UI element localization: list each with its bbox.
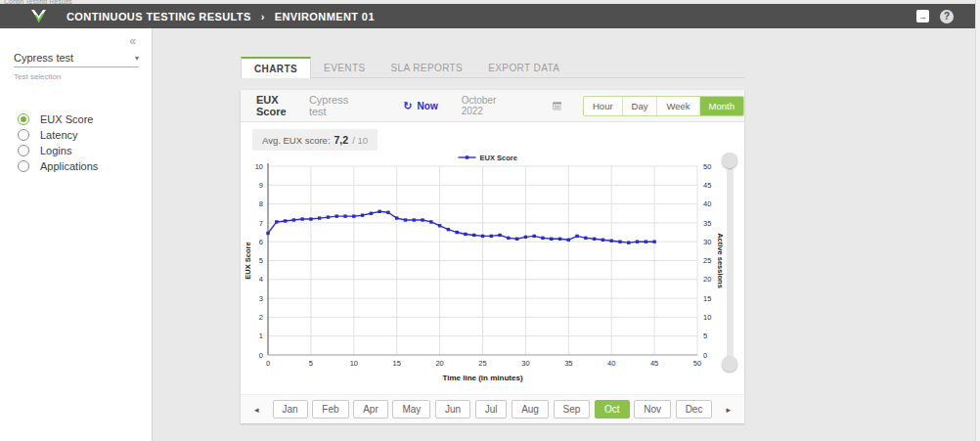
svg-text:0: 0 [703, 351, 707, 360]
metric-radio-eux-score[interactable]: EUX Score [18, 113, 93, 125]
test-selection-dropdown[interactable]: Cypress test ▾ [14, 52, 139, 67]
month-selector-bar: ◂ Jan Feb Apr May Jun Jul Aug Sep Oct No… [241, 394, 744, 423]
month-button-apr[interactable]: Apr [353, 400, 388, 419]
month-button-may[interactable]: May [392, 400, 430, 419]
breadcrumb-chevron-icon: › [261, 11, 265, 22]
month-button-jan[interactable]: Jan [273, 400, 308, 419]
svg-text:5: 5 [259, 256, 263, 265]
svg-text:5: 5 [309, 359, 313, 368]
metric-label: EUX Score [40, 113, 93, 125]
app-title: CONTINUOUS TESTING RESULTS [67, 11, 251, 22]
svg-text:8: 8 [259, 199, 263, 208]
svg-text:40: 40 [703, 199, 711, 208]
month-button-nov[interactable]: Nov [634, 400, 671, 419]
metric-label: Applications [40, 160, 98, 172]
radio-selected-icon [18, 113, 29, 125]
month-button-feb[interactable]: Feb [312, 400, 348, 419]
metric-label: Logins [40, 145, 71, 156]
test-selection-label: Test selection [14, 72, 61, 81]
continuous-testing-results-page: Contin Testing Results CONTINUOUS TESTIN… [0, 0, 980, 441]
test-selection-value: Cypress test [14, 52, 73, 64]
chevron-down-icon: ▾ [135, 54, 139, 63]
refresh-now-button[interactable]: ↻ Now [403, 100, 437, 112]
month-button-dec[interactable]: Dec [676, 400, 713, 419]
range-button-day[interactable]: Day [622, 97, 657, 115]
svg-text:45: 45 [650, 359, 658, 368]
range-button-month[interactable]: Month [699, 97, 743, 115]
refresh-label: Now [418, 101, 438, 111]
tab-export-data[interactable]: EXPORT DATA [475, 57, 572, 78]
month-button-aug[interactable]: Aug [512, 400, 549, 419]
svg-text:25: 25 [703, 256, 711, 265]
radio-icon [18, 129, 29, 141]
svg-text:10: 10 [703, 313, 711, 322]
time-range-button-group: Hour Day Week Month Prediction [583, 96, 744, 116]
range-button-prediction[interactable]: Prediction [743, 97, 744, 115]
svg-text:1: 1 [259, 331, 263, 340]
svg-text:9: 9 [259, 181, 263, 190]
svg-text:20: 20 [703, 275, 711, 284]
tab-charts[interactable]: CHARTS [241, 57, 311, 78]
top-app-bar: CONTINUOUS TESTING RESULTS › ENVIRONMENT… [0, 4, 975, 28]
chart-card: EUX Score Cypress test ↻ Now October 202… [241, 90, 744, 423]
login-vsi-logo-icon [29, 8, 48, 24]
topbar-icons: → ? [916, 10, 954, 23]
svg-text:6: 6 [259, 238, 263, 246]
metric-label: Latency [40, 129, 78, 141]
chart-card-header: EUX Score Cypress test ↻ Now October 202… [241, 90, 744, 122]
calendar-icon[interactable] [553, 100, 561, 111]
sessions-slider-lower-handle[interactable] [722, 356, 737, 372]
svg-text:0: 0 [266, 359, 270, 368]
sessions-slider-track[interactable] [727, 168, 734, 364]
metric-radio-applications[interactable]: Applications [18, 160, 98, 172]
svg-text:45: 45 [703, 181, 711, 190]
tab-bar: CHARTS EVENTS SLA REPORTS EXPORT DATA [241, 57, 572, 78]
next-year-arrow-icon[interactable]: ▸ [724, 405, 733, 415]
svg-text:15: 15 [703, 294, 711, 303]
month-buttons: Jan Feb Apr May Jun Jul Aug Sep Oct Nov … [273, 400, 713, 419]
range-button-hour[interactable]: Hour [584, 97, 622, 115]
range-button-week[interactable]: Week [656, 97, 698, 115]
svg-text:20: 20 [435, 359, 443, 368]
svg-text:50: 50 [693, 359, 701, 368]
chart-metric-title: EUX Score [256, 94, 296, 117]
sidebar-collapse-icon[interactable]: « [129, 34, 136, 48]
month-button-jul[interactable]: Jul [475, 400, 508, 419]
svg-text:5: 5 [703, 331, 707, 340]
sessions-slider-upper-handle[interactable] [722, 153, 737, 168]
svg-text:30: 30 [521, 359, 529, 368]
svg-text:4: 4 [259, 275, 263, 284]
sidebar: « Cypress test ▾ Test selection EUX Scor… [0, 28, 153, 441]
svg-text:10: 10 [255, 162, 263, 171]
svg-text:3: 3 [259, 294, 263, 303]
svg-text:30: 30 [703, 238, 711, 246]
month-button-oct[interactable]: Oct [595, 400, 630, 419]
month-button-jun[interactable]: Jun [435, 400, 470, 419]
svg-text:Time line (in minutes): Time line (in minutes) [442, 374, 522, 382]
tab-events[interactable]: EVENTS [311, 57, 378, 78]
svg-text:Active sessions: Active sessions [716, 233, 725, 288]
svg-text:35: 35 [564, 359, 572, 368]
radio-icon [18, 160, 29, 172]
svg-text:EUX Score: EUX Score [480, 154, 517, 162]
svg-text:10: 10 [350, 359, 358, 368]
previous-year-arrow-icon[interactable]: ◂ [252, 405, 261, 415]
eux-score-line-chart: 0510152025303540455000152103154205256307… [241, 122, 744, 394]
svg-text:25: 25 [478, 359, 486, 368]
svg-text:40: 40 [607, 359, 615, 368]
metric-radio-latency[interactable]: Latency [18, 129, 78, 141]
month-button-sep[interactable]: Sep [554, 400, 591, 419]
radio-icon [18, 145, 29, 156]
logout-icon[interactable]: → [916, 10, 929, 22]
page-scrollbar[interactable] [975, 0, 980, 441]
metric-radio-logins[interactable]: Logins [18, 145, 71, 156]
refresh-icon: ↻ [403, 100, 412, 112]
svg-text:EUX Score: EUX Score [244, 242, 252, 279]
help-icon[interactable]: ? [940, 10, 954, 23]
environment-breadcrumb[interactable]: ENVIRONMENT 01 [275, 11, 375, 22]
svg-text:50: 50 [703, 162, 711, 171]
svg-text:7: 7 [259, 219, 263, 228]
date-picker-value[interactable]: October 2022 [462, 95, 512, 116]
tab-sla-reports[interactable]: SLA REPORTS [379, 57, 476, 78]
svg-text:15: 15 [393, 359, 401, 368]
